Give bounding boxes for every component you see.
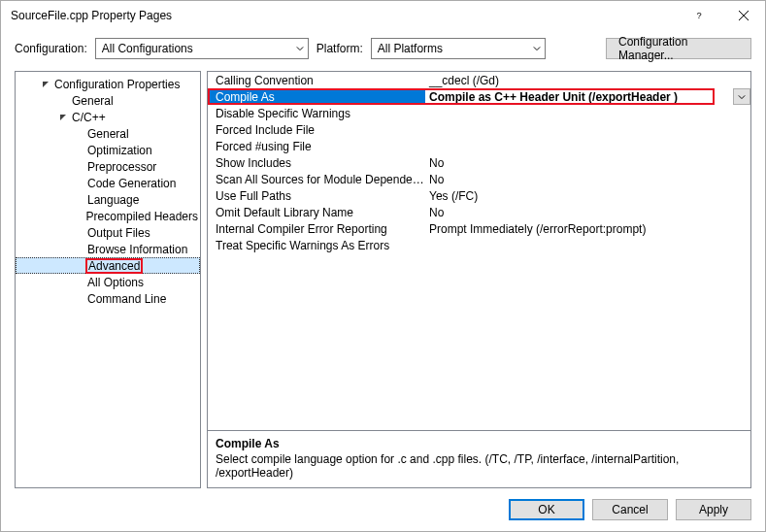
tree-item-output-files[interactable]: Output Files xyxy=(16,224,200,241)
tree-item-all-options[interactable]: All Options xyxy=(16,274,200,290)
table-row[interactable]: Scan All Sources for Module Dependencies… xyxy=(208,171,750,187)
table-row[interactable]: Omit Default Library NameNo xyxy=(208,204,750,220)
help-button[interactable]: ? xyxy=(678,1,721,30)
property-pages-dialog: SourceFile.cpp Property Pages ? Configur… xyxy=(0,0,766,532)
apply-button[interactable]: Apply xyxy=(676,499,751,520)
table-row[interactable]: Disable Specific Warnings xyxy=(208,105,750,121)
dropdown-button[interactable] xyxy=(733,88,750,105)
tree-item-config-props[interactable]: Configuration Properties xyxy=(16,76,200,92)
main-area: Configuration Properties General C/C++ G… xyxy=(1,63,765,488)
configuration-combo-value: All Configurations xyxy=(102,42,193,55)
tree-item-optimization[interactable]: Optimization xyxy=(16,142,200,158)
table-row[interactable]: Internal Compiler Error ReportingPrompt … xyxy=(208,220,750,237)
platform-combo[interactable]: All Platforms xyxy=(371,38,546,59)
description-body: Select compile language option for .c an… xyxy=(216,452,743,480)
description-title: Compile As xyxy=(216,437,743,450)
category-tree[interactable]: Configuration Properties General C/C++ G… xyxy=(15,71,201,488)
cancel-button[interactable]: Cancel xyxy=(592,499,668,520)
chevron-down-icon xyxy=(533,45,541,52)
tree-item-cpp[interactable]: C/C++ xyxy=(16,109,200,125)
platform-combo-value: All Platforms xyxy=(378,42,443,55)
chevron-down-icon xyxy=(296,45,304,52)
tree-item-language[interactable]: Language xyxy=(16,191,200,208)
configuration-combo[interactable]: All Configurations xyxy=(95,38,309,59)
tree-item-code-generation[interactable]: Code Generation xyxy=(16,175,200,191)
collapse-icon[interactable] xyxy=(39,81,52,88)
description-panel: Compile As Select compile language optio… xyxy=(207,431,751,488)
table-row[interactable]: Calling Convention__cdecl (/Gd) xyxy=(208,72,750,88)
window-title: SourceFile.cpp Property Pages xyxy=(11,9,172,22)
ok-button[interactable]: OK xyxy=(509,499,584,520)
table-row[interactable]: Show IncludesNo xyxy=(208,154,750,171)
configuration-toolbar: Configuration: All Configurations Platfo… xyxy=(1,34,765,63)
table-row[interactable]: Treat Specific Warnings As Errors xyxy=(208,237,750,253)
tree-item-cpp-general[interactable]: General xyxy=(16,125,200,142)
tree-item-general[interactable]: General xyxy=(16,92,200,109)
svg-marker-4 xyxy=(60,115,66,120)
table-row[interactable]: Use Full PathsYes (/FC) xyxy=(208,187,750,204)
dialog-footer: OK Cancel Apply xyxy=(1,488,765,531)
table-row-compile-as[interactable]: Compile AsCompile as C++ Header Unit (/e… xyxy=(208,88,750,105)
tree-item-advanced[interactable]: Advanced xyxy=(16,257,200,274)
tree-item-command-line[interactable]: Command Line xyxy=(16,290,200,307)
tree-item-precompiled-headers[interactable]: Precompiled Headers xyxy=(16,208,200,224)
svg-text:?: ? xyxy=(696,11,701,20)
title-bar: SourceFile.cpp Property Pages ? xyxy=(1,1,765,30)
configuration-manager-button[interactable]: Configuration Manager... xyxy=(606,38,751,59)
platform-label: Platform: xyxy=(316,42,363,55)
tree-item-preprocessor[interactable]: Preprocessor xyxy=(16,158,200,175)
property-grid[interactable]: Calling Convention__cdecl (/Gd) Compile … xyxy=(207,71,751,431)
settings-panel: Calling Convention__cdecl (/Gd) Compile … xyxy=(207,71,751,488)
close-button[interactable] xyxy=(721,1,765,30)
tree-item-browse-information[interactable]: Browse Information xyxy=(16,241,200,257)
table-row[interactable]: Forced #using File xyxy=(208,138,750,154)
svg-marker-3 xyxy=(43,82,49,87)
collapse-icon[interactable] xyxy=(56,114,70,121)
configuration-label: Configuration: xyxy=(15,42,87,55)
table-row[interactable]: Forced Include File xyxy=(208,121,750,138)
